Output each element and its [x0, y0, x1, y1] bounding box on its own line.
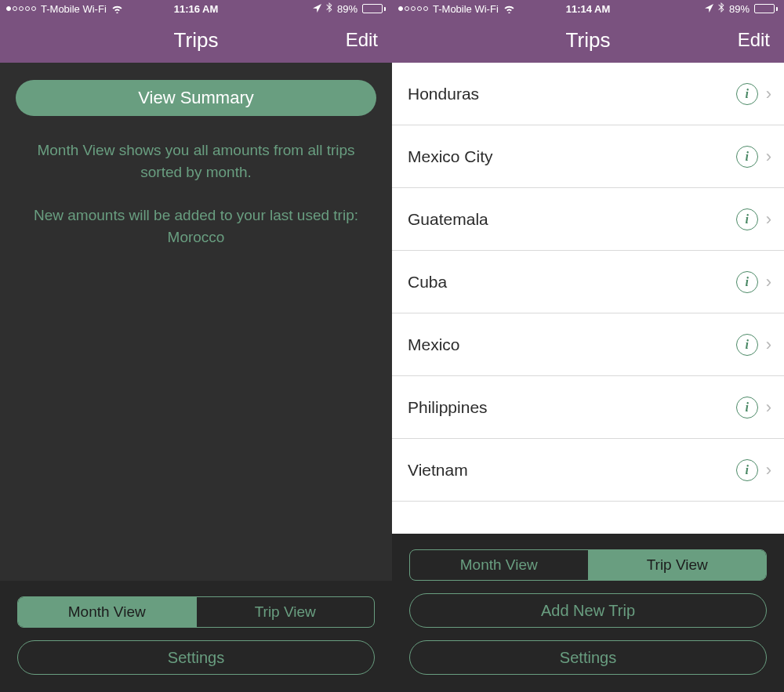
page-title: Trips	[174, 28, 219, 53]
month-view-description: Month View shows you all amounts from al…	[16, 139, 376, 183]
tab-month-view[interactable]: Month View	[410, 550, 589, 580]
battery-icon	[754, 4, 778, 13]
edit-button[interactable]: Edit	[738, 29, 770, 51]
battery-icon	[362, 4, 386, 13]
trip-row[interactable]: Mexico i ›	[392, 313, 784, 376]
trip-name: Mexico City	[408, 147, 493, 166]
trip-list: Honduras i › Mexico City i › Guatemala i…	[392, 63, 784, 534]
trip-row[interactable]: Cuba i ›	[392, 251, 784, 313]
trip-row[interactable]: Honduras i ›	[392, 63, 784, 125]
bottom-panel: Month View Trip View Add New Trip Settin…	[392, 534, 784, 692]
trip-row[interactable]: Mexico City i ›	[392, 125, 784, 188]
chevron-right-icon: ›	[766, 84, 771, 104]
view-toggle: Month View Trip View	[409, 549, 767, 581]
trip-name: Mexico	[408, 335, 460, 354]
tab-month-view[interactable]: Month View	[18, 597, 197, 627]
status-time: 11:14 AM	[392, 3, 784, 15]
info-icon[interactable]: i	[736, 146, 758, 168]
nav-header: Trips Edit	[392, 17, 784, 63]
info-icon[interactable]: i	[736, 83, 758, 105]
last-trip-note: New amounts will be added to your last u…	[16, 205, 376, 248]
add-new-trip-button[interactable]: Add New Trip	[409, 593, 767, 628]
info-icon[interactable]: i	[736, 208, 758, 230]
view-toggle: Month View Trip View	[17, 596, 375, 628]
bottom-panel: Month View Trip View Settings	[0, 581, 392, 692]
trip-name: Cuba	[408, 273, 447, 292]
info-icon[interactable]: i	[736, 459, 758, 481]
chevron-right-icon: ›	[766, 397, 771, 418]
bluetooth-icon	[718, 2, 724, 15]
status-time: 11:16 AM	[0, 3, 392, 15]
status-bar: T-Mobile Wi-Fi 11:14 AM 89%	[392, 0, 784, 17]
nav-header: Trips Edit	[0, 17, 392, 63]
trip-name: Philippines	[408, 398, 488, 417]
settings-button[interactable]: Settings	[17, 640, 375, 675]
tab-trip-view[interactable]: Trip View	[197, 597, 375, 627]
page-title: Trips	[566, 28, 611, 53]
trip-name: Vietnam	[408, 461, 468, 480]
trip-row[interactable]: Guatemala i ›	[392, 188, 784, 251]
info-icon[interactable]: i	[736, 397, 758, 418]
trip-row[interactable]: Vietnam i ›	[392, 439, 784, 502]
settings-button[interactable]: Settings	[409, 640, 767, 675]
trip-name: Honduras	[408, 85, 479, 103]
chevron-right-icon: ›	[766, 335, 771, 355]
trip-row[interactable]: Philippines i ›	[392, 376, 784, 439]
chevron-right-icon: ›	[766, 209, 771, 230]
chevron-right-icon: ›	[766, 460, 771, 480]
screen-trip-view: T-Mobile Wi-Fi 11:14 AM 89% Trips Edit H…	[392, 0, 784, 692]
info-icon[interactable]: i	[736, 334, 758, 356]
chevron-right-icon: ›	[766, 272, 771, 292]
chevron-right-icon: ›	[766, 147, 771, 167]
trip-name: Guatemala	[408, 210, 488, 229]
view-summary-button[interactable]: View Summary	[16, 80, 376, 116]
tab-trip-view[interactable]: Trip View	[589, 550, 767, 580]
edit-button[interactable]: Edit	[346, 29, 378, 51]
screen-month-view: T-Mobile Wi-Fi 11:16 AM 89% Trips Edit V…	[0, 0, 392, 692]
info-icon[interactable]: i	[736, 271, 758, 293]
status-bar: T-Mobile Wi-Fi 11:16 AM 89%	[0, 0, 392, 17]
bluetooth-icon	[326, 2, 332, 15]
